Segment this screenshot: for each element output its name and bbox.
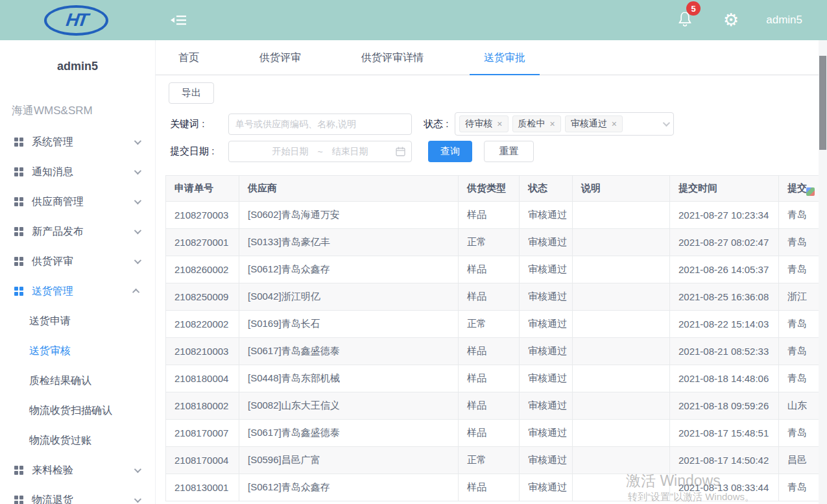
- cell-submit-dest: 山东: [779, 392, 819, 420]
- chevron-down-icon: [134, 138, 141, 145]
- search-button[interactable]: 查询: [428, 141, 472, 162]
- header-username[interactable]: admin5: [766, 14, 802, 27]
- sidebar-item-supplier-management[interactable]: 供应商管理: [0, 187, 155, 217]
- grid-icon: [14, 227, 23, 236]
- scrollbar-thumb[interactable]: [819, 56, 826, 150]
- cell-request-no: 2108220002: [166, 311, 239, 338]
- cell-request-no: 2108170004: [166, 447, 239, 474]
- sidebar-item-system-management[interactable]: 系统管理: [0, 127, 155, 157]
- table-row[interactable]: 2108130001 [S0612]青岛众鑫存 样品 审核通过 2021-08-…: [166, 474, 819, 501]
- cell-note: [573, 338, 670, 365]
- sidebar-item-supply-review[interactable]: 供货评审: [0, 246, 155, 276]
- sidebar-item-new-product-release[interactable]: 新产品发布: [0, 217, 155, 246]
- cell-supplier: [S0133]青岛豪亿丰: [239, 229, 459, 256]
- cell-supply-type: 样品: [459, 256, 520, 283]
- sidebar-subitem-delivery-audit[interactable]: 送货审核: [0, 336, 155, 366]
- table-row[interactable]: 2108220002 [S0169]青岛长石 正常 审核通过 2021-08-2…: [166, 311, 819, 338]
- status-multiselect[interactable]: 待审核 × 质检中 × 审核通过 ×: [455, 112, 674, 136]
- date-label: 提交日期 :: [170, 145, 228, 158]
- grid-icon: [14, 257, 23, 266]
- table-row[interactable]: 2108170004 [S0596]昌邑广富 正常 审核通过 2021-08-1…: [166, 447, 819, 474]
- tab-delivery-approval[interactable]: 送货审批: [484, 40, 525, 75]
- cell-submit-dest: 青岛: [779, 229, 819, 256]
- cell-supply-type: 样品: [459, 338, 520, 365]
- cell-submit-dest: 青岛: [779, 338, 819, 365]
- sidebar-subitem-logistics-posting[interactable]: 物流收货过账: [0, 426, 155, 455]
- table-row[interactable]: 2108250009 [S0042]浙江明亿 样品 审核通过 2021-08-2…: [166, 283, 819, 311]
- status-tag-inspecting[interactable]: 质检中 ×: [512, 115, 561, 132]
- table-row[interactable]: 2108270003 [S0602]青岛海通万安 样品 审核通过 2021-08…: [166, 202, 819, 229]
- chevron-down-icon: [134, 227, 141, 234]
- notification-bell-icon[interactable]: 5: [678, 10, 692, 30]
- top-header: HT 5 ⚙ admin5: [0, 0, 827, 40]
- cell-supply-type: 样品: [459, 392, 520, 420]
- table-row[interactable]: 2108180004 [S0448]青岛东部机械 样品 审核通过 2021-08…: [166, 365, 819, 392]
- cell-supply-type: 样品: [459, 202, 520, 229]
- table-row[interactable]: 2108260002 [S0612]青岛众鑫存 样品 审核通过 2021-08-…: [166, 256, 819, 283]
- tab-supply-review-detail[interactable]: 供货评审详情: [361, 40, 424, 75]
- sidebar-subitem-logistics-scan-confirm[interactable]: 物流收货扫描确认: [0, 396, 155, 426]
- cell-request-no: 2108130001: [166, 474, 239, 501]
- cell-supplier: [S0617]青岛鑫盛德泰: [239, 338, 459, 365]
- dropdown-chevron-icon[interactable]: [663, 119, 670, 126]
- sidebar-collapse-icon[interactable]: [171, 14, 187, 27]
- table-row[interactable]: 2108270001 [S0133]青岛豪亿丰 正常 审核通过 2021-08-…: [166, 229, 819, 256]
- cell-submit-time: 2021-08-26 14:05:37: [670, 256, 779, 283]
- table-header-row: 申请单号 供应商 供货类型 状态 说明 提交时间 提交: [166, 176, 819, 202]
- close-icon[interactable]: ×: [550, 119, 555, 128]
- date-separator: ~: [317, 147, 322, 157]
- cell-submit-dest: 青岛: [779, 365, 819, 392]
- page-scrollbar[interactable]: [819, 40, 827, 504]
- cell-request-no: 2108210003: [166, 338, 239, 365]
- grid-icon: [14, 496, 23, 504]
- date-range-input[interactable]: 开始日期 ~ 结束日期: [228, 141, 412, 162]
- status-tag-pending[interactable]: 待审核 ×: [459, 115, 508, 132]
- close-icon[interactable]: ×: [612, 119, 617, 128]
- filter-panel: 关键词 : 状态 : 待审核 × 质检中 × 审核通过 × 提交日期: [156, 104, 827, 162]
- table-row[interactable]: 2108180002 [S0082]山东大王信义 样品 审核通过 2021-08…: [166, 392, 819, 420]
- grid-icon: [14, 167, 23, 176]
- cell-status: 审核通过: [520, 338, 573, 365]
- sidebar-username: admin5: [0, 60, 155, 73]
- sidebar-nav: 系统管理 通知消息 供应商管理 新产品发布 供货评审 送货管理: [0, 127, 155, 504]
- column-settings-icon[interactable]: [806, 187, 815, 196]
- cell-status: 审核通过: [520, 202, 573, 229]
- sidebar-item-delivery-management[interactable]: 送货管理: [0, 276, 155, 306]
- keyword-input[interactable]: [228, 114, 412, 135]
- sidebar-subitem-delivery-apply[interactable]: 送货申请: [0, 306, 155, 336]
- tab-supply-review[interactable]: 供货评审: [259, 40, 301, 75]
- table-row[interactable]: 2108170007 [S0617]青岛鑫盛德泰 样品 审核通过 2021-08…: [166, 420, 819, 447]
- cell-supply-type: 样品: [459, 283, 520, 311]
- cell-submit-dest: 青岛: [779, 311, 819, 338]
- cell-submit-time: 2021-08-27 10:23:34: [670, 202, 779, 229]
- cell-supplier: [S0612]青岛众鑫存: [239, 474, 459, 501]
- sidebar-subitem-quality-confirm[interactable]: 质检结果确认: [0, 366, 155, 396]
- table-row[interactable]: 2108210003 [S0617]青岛鑫盛德泰 样品 审核通过 2021-08…: [166, 338, 819, 365]
- cell-note: [573, 365, 670, 392]
- sidebar-item-incoming-inspection[interactable]: 来料检验: [0, 455, 155, 485]
- status-tag-approved[interactable]: 审核通过 ×: [565, 115, 623, 132]
- cell-submit-time: 2021-08-18 09:59:26: [670, 392, 779, 420]
- cell-supplier: [S0169]青岛长石: [239, 311, 459, 338]
- cell-supplier: [S0602]青岛海通万安: [239, 202, 459, 229]
- chevron-down-icon: [134, 167, 141, 174]
- header-actions: 5 ⚙ admin5: [678, 10, 802, 30]
- settings-gear-icon[interactable]: ⚙: [723, 12, 739, 29]
- cell-status: 审核通过: [520, 365, 573, 392]
- chevron-down-icon: [134, 257, 141, 264]
- cell-note: [573, 447, 670, 474]
- close-icon[interactable]: ×: [497, 119, 502, 128]
- sidebar-item-logistics-return[interactable]: 物流退货: [0, 485, 155, 504]
- col-header-note: 说明: [573, 176, 670, 202]
- tab-home[interactable]: 首页: [178, 40, 199, 75]
- calendar-icon: [396, 147, 405, 158]
- col-header-supply-type: 供货类型: [459, 176, 520, 202]
- cell-request-no: 2108260002: [166, 256, 239, 283]
- cell-note: [573, 256, 670, 283]
- cell-status: 审核通过: [520, 229, 573, 256]
- reset-button[interactable]: 重置: [484, 141, 534, 162]
- main-content: 首页 供货评审 供货评审详情 送货审批 导出 关键词 : 状态 : 待审核 × …: [156, 40, 827, 504]
- chevron-down-icon: [134, 466, 141, 473]
- export-button[interactable]: 导出: [169, 82, 214, 104]
- sidebar-item-notifications[interactable]: 通知消息: [0, 157, 155, 187]
